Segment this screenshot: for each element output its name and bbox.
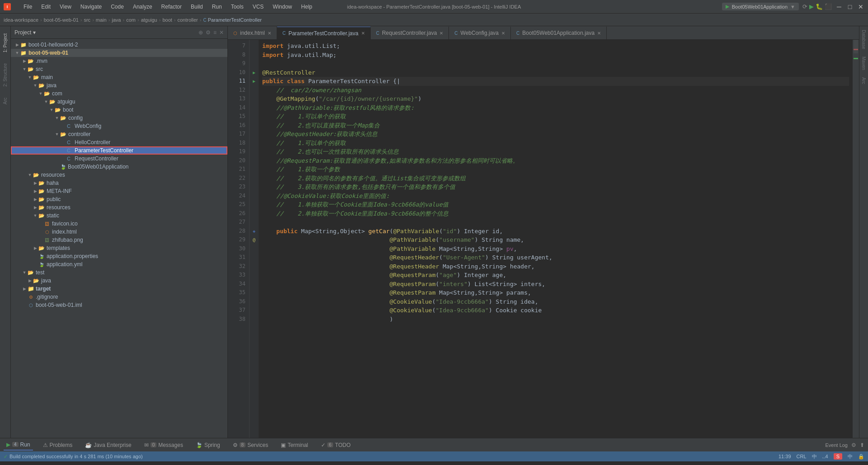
tree-arrow[interactable]: ▶: [14, 42, 20, 47]
breadcrumb-item[interactable]: atguigu: [141, 17, 157, 23]
tree-arrow[interactable]: ▼: [14, 51, 20, 55]
tab-boot05application[interactable]: C Boot05Web01Application.java ✕: [511, 27, 607, 39]
tab-close[interactable]: ✕: [361, 31, 365, 36]
tree-arrow[interactable]: ▼: [49, 108, 54, 112]
tree-item-iml[interactable]: ▶ ⬡ boot-05-web-01.iml: [11, 301, 227, 309]
tree-item-config[interactable]: ▼ 📂 config: [11, 114, 227, 122]
scroll-thumb[interactable]: [854, 40, 858, 53]
menu-analyze[interactable]: Analyze: [131, 3, 154, 11]
tree-item-main[interactable]: ▼ 📂 main: [11, 73, 227, 81]
tree-arrow[interactable]: ▼: [54, 116, 60, 120]
tree-arrow[interactable]: ▶: [33, 197, 38, 202]
tree-item-parametertestcontroller[interactable]: ▶ C ParameterTestController: [11, 146, 227, 155]
menu-window[interactable]: Window: [271, 3, 294, 11]
breadcrumb-item[interactable]: com: [126, 17, 136, 23]
bottom-tab-java-enterprise[interactable]: ☕ Java Enterprise: [82, 440, 134, 450]
bottom-tab-run[interactable]: ▶ 4 Run: [4, 440, 33, 451]
language[interactable]: 中: [812, 453, 817, 460]
menu-run[interactable]: Run: [210, 3, 224, 11]
project-hide-icon[interactable]: ✕: [219, 29, 224, 36]
tree-arrow[interactable]: ▼: [54, 132, 60, 136]
menu-refactor[interactable]: Refactor: [160, 3, 184, 11]
tree-item-requestcontroller[interactable]: ▶ C RequestController: [11, 155, 227, 163]
tree-item-static[interactable]: ▼ 📂 static: [11, 211, 227, 220]
project-search-icon[interactable]: ⊕: [198, 29, 203, 36]
tree-item-target[interactable]: ▶ 📁 target: [11, 285, 227, 293]
left-panel-structure[interactable]: 2: Structure: [2, 60, 9, 90]
tree-item-boot05[interactable]: ▼ 📁 boot-05-web-01: [11, 49, 227, 57]
tree-item-app-prop[interactable]: ▶ 🍃 application.properties: [11, 252, 227, 260]
menu-vcs[interactable]: VCS: [251, 3, 266, 11]
tab-close[interactable]: ✕: [597, 31, 601, 36]
tree-item-src[interactable]: ▼ 📂 src: [11, 65, 227, 73]
tree-arrow[interactable]: ▶: [22, 287, 27, 291]
right-panel-arc[interactable]: Arc: [860, 74, 867, 88]
breadcrumb-item[interactable]: src: [84, 17, 90, 23]
tree-arrow[interactable]: ▼: [22, 67, 27, 71]
line-col[interactable]: 11:39: [778, 454, 791, 459]
tree-arrow[interactable]: ▼: [33, 83, 38, 88]
tab-close[interactable]: ✕: [439, 31, 443, 36]
tree-item-java[interactable]: ▼ 📂 java: [11, 81, 227, 89]
toolbar-stop[interactable]: ⬛: [825, 3, 832, 10]
tree-arrow[interactable]: ▶: [33, 246, 38, 250]
breadcrumb-item[interactable]: boot-05-web-01: [44, 17, 79, 23]
tab-parametertestcontroller[interactable]: C ParameterTestController.java ✕: [277, 27, 371, 39]
tree-item-resources2[interactable]: ▶ 📂 resources: [11, 203, 227, 211]
bottom-tab-services[interactable]: ⚙ 8 Services: [230, 440, 271, 450]
tree-item-public[interactable]: ▶ 📂 public: [11, 195, 227, 203]
left-panel-project[interactable]: 1: Project: [2, 30, 9, 56]
bookmark-28[interactable]: ◈: [250, 227, 259, 236]
menu-file[interactable]: File: [22, 3, 34, 11]
tree-item-com[interactable]: ▼ 📂 com: [11, 89, 227, 98]
tree-item-zhifubao[interactable]: ▶ 🖼 zhifubao.png: [11, 236, 227, 244]
tree-arrow[interactable]: ▶: [27, 278, 33, 283]
tree-arrow[interactable]: ▶: [33, 189, 38, 193]
tree-arrow[interactable]: ▼: [33, 213, 38, 218]
tree-arrow[interactable]: ▼: [43, 99, 49, 104]
right-panel-database[interactable]: Database: [860, 26, 867, 53]
menu-navigate[interactable]: Navigate: [79, 3, 104, 11]
menu-build[interactable]: Build: [189, 3, 205, 11]
maximize-button[interactable]: □: [846, 3, 854, 10]
code-content[interactable]: import java.util.List; import java.util.…: [259, 40, 853, 438]
tree-item-test-java[interactable]: ▶ 📂 java: [11, 277, 227, 285]
tree-item-controller[interactable]: ▼ 📂 controller: [11, 130, 227, 138]
menu-edit[interactable]: Edit: [39, 3, 52, 11]
tree-item-atguigu[interactable]: ▼ 📂 atguigu: [11, 98, 227, 106]
menu-tools[interactable]: Tools: [229, 3, 245, 11]
encoding[interactable]: CRL: [797, 454, 807, 459]
tree-arrow[interactable]: ▼: [27, 173, 33, 177]
tree-item-boot01[interactable]: ▶ 📁 boot-01-helloworld-2: [11, 41, 227, 49]
tab-webconfig[interactable]: C WebConfig.java ✕: [449, 27, 511, 39]
menu-code[interactable]: Code: [109, 3, 126, 11]
encoding-status[interactable]: 中: [848, 453, 853, 460]
window-controls[interactable]: ─ □ ✕: [835, 3, 864, 10]
close-button[interactable]: ✕: [857, 3, 864, 10]
menu-view[interactable]: View: [58, 3, 73, 11]
tree-item-mvn[interactable]: ▶ 📂 .mvn: [11, 57, 227, 65]
tree-item-hellocontroller[interactable]: ▶ C HelloController: [11, 138, 227, 146]
tree-item-webconfig[interactable]: ▶ C WebConfig: [11, 122, 227, 130]
settings-icon[interactable]: ⚙: [851, 442, 856, 448]
breadcrumb-item[interactable]: boot: [162, 17, 172, 23]
tab-index-html[interactable]: ⬡ index.html ✕: [228, 27, 277, 39]
git-status[interactable]: S: [834, 453, 842, 460]
tree-item-haha[interactable]: ▶ 📂 haha: [11, 179, 227, 187]
bottom-tab-terminal[interactable]: ▣ Terminal: [278, 440, 311, 450]
tree-item-index-html[interactable]: ▶ ⬡ index.html: [11, 228, 227, 236]
minimize-button[interactable]: ─: [835, 3, 843, 10]
code-editor[interactable]: 7 8 9 10 11 12 13 14 15 16 17 18 19 20 2…: [228, 40, 859, 438]
tree-item-test[interactable]: ▼ 📂 test: [11, 268, 227, 277]
tree-arrow[interactable]: ▼: [27, 75, 33, 80]
breadcrumb-item[interactable]: java: [112, 17, 121, 23]
run-gutter-10[interactable]: ▶: [250, 68, 259, 77]
tree-item-gitignore[interactable]: ▶ ⚙ .gitignore: [11, 293, 227, 301]
breadcrumb-item[interactable]: main: [96, 17, 107, 23]
tree-arrow[interactable]: ▶: [22, 59, 27, 63]
tree-item-boot[interactable]: ▼ 📂 boot: [11, 106, 227, 114]
bottom-tab-todo[interactable]: ✓ 6 TODO: [318, 440, 354, 450]
tree-arrow[interactable]: ▼: [22, 270, 27, 275]
toolbar-debug[interactable]: 🐛: [816, 3, 823, 10]
project-collapse-icon[interactable]: ≡: [213, 29, 217, 36]
